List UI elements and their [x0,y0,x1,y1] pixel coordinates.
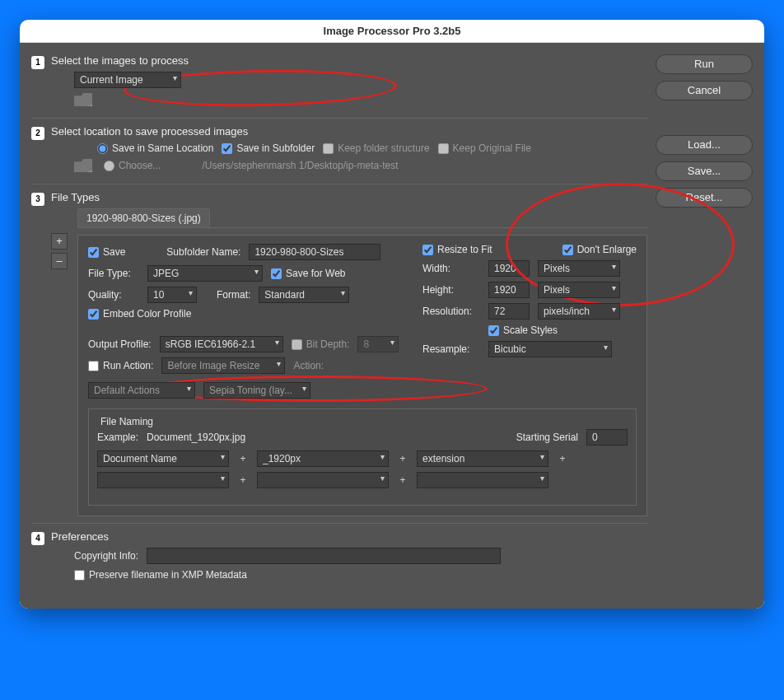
step-title: File Types [51,191,647,203]
subfolder-label: Subfolder Name: [166,246,240,258]
keep-folder-structure-check[interactable]: Keep folder structure [323,142,429,154]
resolution-label: Resolution: [422,306,480,317]
height-unit-select[interactable]: Pixels [538,282,620,298]
height-label: Height: [422,284,480,296]
step-2: 2 Select location to save processed imag… [31,118,647,177]
resolution-unit-select[interactable]: pixels/inch [538,303,620,320]
bit-depth-select[interactable]: 8 [357,336,399,352]
save-button[interactable]: Save... [656,161,753,181]
width-label: Width: [422,263,480,274]
naming-slot-6[interactable] [417,472,548,488]
action-label: Action: [293,360,324,371]
action-name-select[interactable]: Sepia Toning (lay... [203,382,310,399]
folder-icon[interactable] [74,159,92,172]
quality-select[interactable]: 10 [147,287,197,303]
step-badge: 4 [31,532,44,545]
resample-select[interactable]: Bicubic [488,341,612,357]
file-naming-legend: File Naming [97,416,156,427]
filetype-label: File Type: [88,268,139,279]
step-badge: 3 [31,193,44,206]
remove-tab-button[interactable]: – [51,253,68,269]
filetype-tabs: 1920-980-800-Sizes (.jpg) [77,208,647,228]
naming-slot-3[interactable]: extension [417,450,548,467]
save-same-location-radio[interactable]: Save in Same Location [97,142,213,154]
resize-to-fit-check[interactable]: Resize to Fit [422,244,492,255]
step-3: 3 File Types + – 1920-980-800-Size [31,184,647,516]
height-input[interactable] [488,282,530,298]
resample-label: Resample: [422,343,480,355]
output-profile-select[interactable]: sRGB IEC61966-2.1 [160,336,283,352]
run-button[interactable]: Run [656,54,753,74]
step-title: Select location to save processed images [51,125,647,138]
naming-slot-4[interactable] [97,472,229,488]
step-badge: 2 [31,127,44,140]
load-button[interactable]: Load... [656,135,753,155]
copyright-input[interactable] [147,548,501,564]
step-1: 1 Select the images to process Current I… [31,54,647,111]
resolution-input[interactable] [488,303,530,320]
keep-original-file-check[interactable]: Keep Original File [438,142,531,154]
width-input[interactable] [488,260,530,277]
run-action-check[interactable]: Run Action: [88,360,153,371]
step-badge: 1 [31,56,44,69]
bit-depth-check[interactable]: Bit Depth: [292,338,350,350]
embed-profile-check[interactable]: Embed Color Profile [88,308,191,320]
preserve-xmp-check[interactable]: Preserve filename in XMP Metadata [74,569,247,581]
add-tab-button[interactable]: + [51,233,68,250]
window-title: Image Processor Pro 3.2b5 [20,20,764,43]
save-for-web-check[interactable]: Save for Web [271,268,345,279]
action-set-select[interactable]: Default Actions [88,382,195,399]
image-source-select[interactable]: Current Image [74,72,181,88]
naming-slot-2[interactable]: _1920px [257,450,389,467]
save-check[interactable]: Save [88,246,125,258]
save-in-subfolder-check[interactable]: Save in Subfolder [222,142,315,154]
step-title: Preferences [51,530,647,543]
dialog-window: Image Processor Pro 3.2b5 1 Select the i… [20,20,764,609]
example-value: Document_1920px.jpg [147,432,245,443]
filetype-tab[interactable]: 1920-980-800-Sizes (.jpg) [77,208,210,227]
naming-slot-1[interactable]: Document Name [97,450,229,467]
format-label: Format: [217,289,250,301]
reset-button[interactable]: Reset... [656,188,753,208]
step-title: Select the images to process [51,54,647,67]
cancel-button[interactable]: Cancel [656,81,753,100]
quality-label: Quality: [88,289,139,301]
scale-styles-check[interactable]: Scale Styles [488,324,558,336]
dont-enlarge-check[interactable]: Don't Enlarge [562,244,637,255]
naming-slot-5[interactable] [257,472,389,488]
step-4: 4 Preferences Copyright Info: Preserve f… [31,523,647,586]
file-naming-fieldset: File Naming Example: Document_1920px.jpg… [88,408,637,506]
run-action-when-select[interactable]: Before Image Resize [161,357,285,374]
serial-label: Starting Serial [516,432,578,443]
copyright-label: Copyright Info: [74,550,138,562]
choose-location-radio[interactable]: Choose... [104,160,161,171]
output-path: /Users/stephenmarsh 1/Desktop/ip-meta-te… [202,160,398,171]
format-select[interactable]: Standard [259,287,349,303]
width-unit-select[interactable]: Pixels [538,260,620,277]
example-label: Example: [97,432,138,443]
folder-icon[interactable] [74,93,92,106]
starting-serial-input[interactable] [586,429,628,446]
subfolder-name-input[interactable] [249,244,380,260]
filetype-select[interactable]: JPEG [147,265,263,282]
output-profile-label: Output Profile: [88,338,152,350]
